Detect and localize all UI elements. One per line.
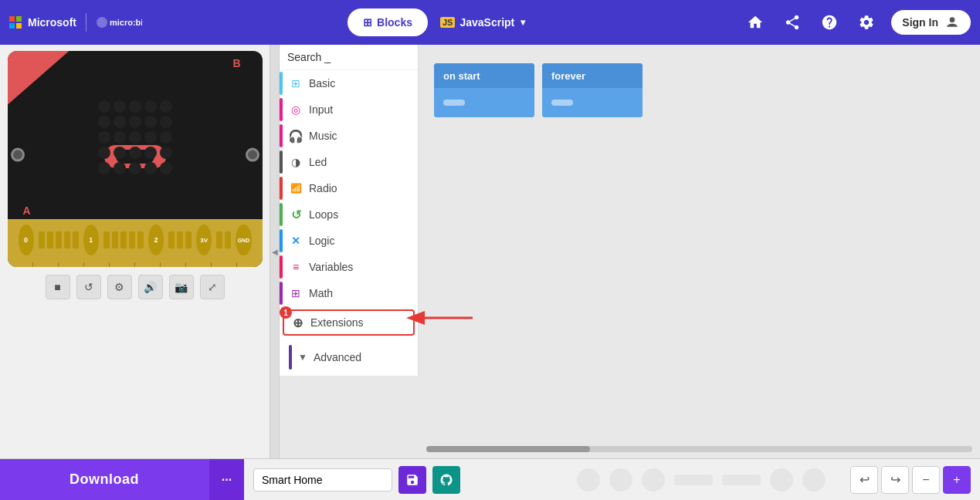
header: Microsoft micro:bit ⊞ Blocks JS JavaScri… bbox=[0, 0, 980, 45]
expand-button[interactable]: ⤢ bbox=[200, 275, 225, 299]
stop-button[interactable]: ■ bbox=[46, 275, 70, 299]
sidebar-item-basic[interactable]: ⊞ Basic bbox=[280, 70, 418, 96]
ghost-circle-2 bbox=[609, 468, 632, 492]
sidebar-wrapper: 🔍 ⊞ Basic ◎ Input 🎧 Music ◑ Led 📶 Radio bbox=[280, 45, 419, 458]
microbit-device: B A bbox=[8, 51, 263, 267]
help-button[interactable] bbox=[817, 10, 842, 35]
download-more-label: ··· bbox=[222, 473, 232, 487]
sim-controls: ■ ↺ ⚙ 🔊 📷 ⤢ bbox=[46, 275, 225, 299]
restart-button[interactable]: ↺ bbox=[76, 275, 101, 299]
microbit-button-b[interactable] bbox=[246, 148, 259, 162]
blocks-label: Blocks bbox=[377, 16, 412, 29]
sidebar-item-led[interactable]: ◑ Led bbox=[280, 149, 418, 175]
footer: Download ··· ↩ ↪ − + bbox=[0, 458, 980, 500]
block-notch bbox=[443, 100, 465, 106]
screenshot-button[interactable]: 📷 bbox=[169, 275, 194, 299]
canvas-scrollbar-thumb bbox=[426, 446, 590, 452]
svg-rect-1 bbox=[16, 16, 22, 22]
zoom-in-button[interactable]: + bbox=[943, 466, 971, 494]
undo-button[interactable]: ↩ bbox=[850, 466, 878, 494]
variables-icon: ≡ bbox=[289, 260, 303, 274]
microbit-label-b: B bbox=[232, 57, 240, 69]
download-button[interactable]: Download bbox=[0, 459, 209, 501]
js-label: JavaScript bbox=[459, 16, 514, 29]
extensions-icon: ⊕ bbox=[290, 316, 304, 329]
on-start-block-inner: on start bbox=[434, 63, 534, 117]
microbit-button-a[interactable] bbox=[11, 148, 25, 162]
loops-icon: ↺ bbox=[289, 208, 303, 221]
advanced-label: Advanced bbox=[314, 351, 361, 363]
forever-label: forever bbox=[551, 70, 585, 82]
ghost-circle-3 bbox=[642, 468, 665, 492]
basic-icon: ⊞ bbox=[289, 76, 303, 90]
forever-body bbox=[542, 88, 643, 117]
svg-point-4 bbox=[97, 17, 107, 28]
pin-0[interactable]: 0 bbox=[19, 225, 34, 255]
share-button[interactable] bbox=[780, 10, 805, 35]
redo-icon: ↪ bbox=[890, 472, 900, 487]
mode-toggle: ⊞ Blocks JS JavaScript ▾ bbox=[151, 8, 734, 36]
math-icon: ⊞ bbox=[289, 286, 303, 300]
save-button[interactable] bbox=[398, 466, 426, 494]
signin-label: Sign In bbox=[902, 16, 938, 29]
search-input[interactable] bbox=[287, 51, 419, 63]
svg-rect-2 bbox=[9, 23, 15, 29]
canvas-scrollbar[interactable] bbox=[426, 446, 972, 452]
sidebar-item-logic[interactable]: ✕ Logic bbox=[280, 228, 418, 254]
debug-button[interactable]: ⚙ bbox=[107, 275, 132, 299]
blocks-tab[interactable]: ⊞ Blocks bbox=[348, 8, 428, 36]
variables-label: Variables bbox=[309, 261, 353, 273]
undo-icon: ↩ bbox=[860, 472, 870, 487]
pin-gnd[interactable]: GND bbox=[236, 225, 251, 255]
ghost-circle-4 bbox=[770, 468, 793, 492]
project-name-section bbox=[244, 466, 470, 494]
input-label: Input bbox=[309, 103, 333, 116]
on-start-block[interactable]: on start bbox=[434, 63, 534, 117]
led-grid bbox=[98, 100, 172, 174]
plus-icon: + bbox=[953, 473, 960, 487]
header-actions: Sign In bbox=[743, 10, 971, 35]
panel-collapse-handle[interactable]: ◀ bbox=[270, 45, 280, 458]
ghost-bar-2 bbox=[722, 475, 761, 485]
loops-label: Loops bbox=[309, 208, 338, 221]
project-name-input[interactable] bbox=[253, 468, 392, 492]
sidebar-item-input[interactable]: ◎ Input bbox=[280, 96, 418, 123]
pin-1[interactable]: 1 bbox=[83, 225, 99, 255]
chevron-down-icon: ▼ bbox=[298, 352, 307, 363]
pin-3v[interactable]: 3V bbox=[196, 225, 212, 255]
sidebar-item-advanced[interactable]: ▼ Advanced bbox=[280, 339, 418, 376]
microbit-label-a: A bbox=[23, 204, 31, 217]
radio-label: Radio bbox=[309, 182, 337, 194]
download-more-button[interactable]: ··· bbox=[209, 459, 244, 501]
svg-rect-0 bbox=[9, 16, 15, 22]
sound-button[interactable]: 🔊 bbox=[138, 275, 163, 299]
sidebar-item-loops[interactable]: ↺ Loops bbox=[280, 201, 418, 228]
signin-button[interactable]: Sign In bbox=[891, 10, 971, 35]
forever-header: forever bbox=[542, 63, 643, 88]
redo-button[interactable]: ↪ bbox=[881, 466, 909, 494]
github-button[interactable] bbox=[432, 466, 460, 494]
basic-label: Basic bbox=[309, 77, 335, 90]
sidebar-item-radio[interactable]: 📶 Radio bbox=[280, 175, 418, 201]
save-icon bbox=[405, 473, 419, 487]
sidebar-item-music[interactable]: 🎧 Music bbox=[280, 123, 418, 149]
home-button[interactable] bbox=[743, 10, 768, 35]
search-bar: 🔍 bbox=[280, 45, 418, 70]
javascript-tab[interactable]: JS JavaScript ▾ bbox=[428, 16, 537, 29]
pin-2[interactable]: 2 bbox=[148, 225, 164, 255]
settings-button[interactable] bbox=[854, 10, 879, 35]
zoom-out-button[interactable]: − bbox=[912, 466, 940, 494]
music-label: Music bbox=[309, 130, 337, 142]
svg-rect-3 bbox=[16, 23, 22, 29]
microsoft-logo-icon bbox=[9, 16, 22, 29]
forever-block[interactable]: forever bbox=[542, 63, 643, 117]
advanced-bar bbox=[289, 345, 292, 370]
sidebar-item-variables[interactable]: ≡ Variables bbox=[280, 254, 418, 280]
sidebar-item-extensions[interactable]: ⊕ Extensions bbox=[283, 309, 415, 336]
brand-divider bbox=[86, 13, 86, 32]
svg-point-6 bbox=[950, 17, 955, 22]
js-icon: JS bbox=[440, 17, 455, 28]
radio-icon: 📶 bbox=[289, 181, 303, 195]
block-notch-2 bbox=[551, 100, 573, 106]
sidebar-item-math[interactable]: ⊞ Math bbox=[280, 280, 418, 306]
